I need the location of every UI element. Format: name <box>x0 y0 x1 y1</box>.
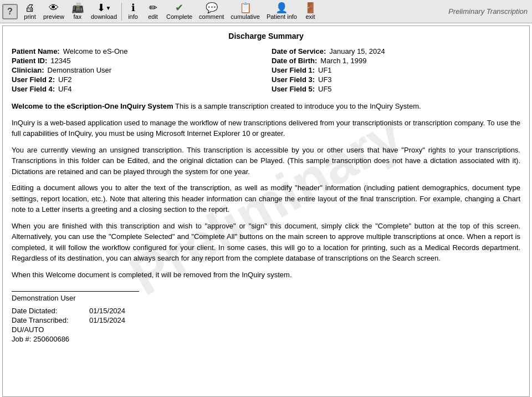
toolbar-cumulative[interactable]: cumulative <box>227 2 263 21</box>
du-auto-label: DU/AUTO <box>12 325 44 334</box>
complete-icon <box>175 3 183 13</box>
info-row-dos: Date of Service: January 15, 2024 <box>272 47 520 55</box>
download-label: download <box>91 13 117 20</box>
download-arrow: ▼ <box>106 5 111 11</box>
dob-value: March 1, 1999 <box>320 57 366 65</box>
comment-label: comment <box>199 13 224 20</box>
toolbar-print[interactable]: print <box>20 2 40 21</box>
complete-label: Complete <box>166 13 192 20</box>
patient-id-value: 12345 <box>50 57 70 65</box>
toolbar-preview[interactable]: preview <box>40 2 68 21</box>
patient-name-value: Welcome to eS-One <box>63 47 128 55</box>
preview-icon <box>49 3 59 13</box>
clinician-label: Clinician: <box>12 66 44 74</box>
patient-info-section: Patient Name: Welcome to eS-One Date of … <box>12 47 520 93</box>
patientinfo-label: Patient info <box>267 13 297 20</box>
patientinfo-icon <box>275 3 288 13</box>
info-row-patient-name: Patient Name: Welcome to eS-One <box>12 47 260 55</box>
body-text: Welcome to the eScription-One InQuiry Sy… <box>12 101 520 280</box>
info-row-patient-id: Patient ID: 12345 <box>12 57 260 65</box>
uf5-label: User Field 5: <box>272 85 315 93</box>
signature-section: Demonstration User Date Dictated: 01/15/… <box>12 291 520 343</box>
uf5-value: UF5 <box>318 85 332 93</box>
sig-detail-date-transcribed: Date Transcribed: 01/15/2024 <box>12 316 520 324</box>
info-row-uf1: User Field 1: UF1 <box>272 66 520 74</box>
signature-name: Demonstration User <box>12 294 520 302</box>
uf2-label: User Field 2: <box>12 75 55 84</box>
document-content: Preliminary Discharge Summary Patient Na… <box>2 26 530 397</box>
date-transcribed-value: 01/15/2024 <box>89 316 125 324</box>
toolbar-download[interactable]: ▼ download <box>88 2 120 21</box>
toolbar-comment[interactable]: comment <box>196 2 227 21</box>
info-row-dob: Date of Birth: March 1, 1999 <box>272 57 520 65</box>
toolbar-patientinfo[interactable]: Patient info <box>263 2 300 21</box>
signature-line <box>12 291 139 292</box>
fax-icon <box>71 3 84 13</box>
intro-bold: Welcome to the eScription-One InQuiry Sy… <box>12 102 173 110</box>
info-label: info <box>128 13 138 20</box>
para5: When this Welcome document is completed,… <box>12 269 520 281</box>
intro-paragraph: Welcome to the eScription-One InQuiry Sy… <box>12 101 520 112</box>
exit-label: exit <box>305 13 315 20</box>
cumulative-icon <box>239 3 252 13</box>
info-row-uf3: User Field 3: UF3 <box>272 75 520 84</box>
uf1-label: User Field 1: <box>272 66 315 74</box>
dob-label: Date of Birth: <box>272 57 317 65</box>
para1: InQuiry is a web-based application used … <box>12 118 520 139</box>
patient-name-label: Patient Name: <box>12 47 60 55</box>
comment-icon <box>206 3 218 13</box>
help-button[interactable]: ? <box>2 4 18 19</box>
dos-value: January 15, 2024 <box>329 47 385 55</box>
preview-label: preview <box>43 13 64 20</box>
para3: Editing a document allows you to alter t… <box>12 182 520 215</box>
para2: You are currently viewing an unsigned tr… <box>12 145 520 177</box>
intro-rest: This is a sample transcription created t… <box>173 102 421 110</box>
info-row-uf2: User Field 2: UF2 <box>12 75 260 84</box>
date-dictated-label: Date Dictated: <box>12 307 84 315</box>
preliminary-label: Preliminary Transcription <box>448 7 528 16</box>
fax-label: fax <box>74 13 82 20</box>
info-row-clinician: Clinician: Demonstration User <box>12 66 260 74</box>
edit-label: edit <box>148 13 158 20</box>
para4: When you are finished with this transcri… <box>12 221 520 264</box>
dos-label: Date of Service: <box>272 47 326 55</box>
info-icon <box>131 3 135 13</box>
toolbar-info[interactable]: info <box>123 2 143 21</box>
date-dictated-value: 01/15/2024 <box>89 307 125 315</box>
date-transcribed-label: Date Transcribed: <box>12 316 84 324</box>
cumulative-label: cumulative <box>231 13 260 20</box>
edit-icon <box>149 3 157 13</box>
toolbar: ? print preview fax ▼ download info edit… <box>0 0 532 23</box>
uf3-value: UF3 <box>318 75 332 84</box>
print-label: print <box>24 13 35 20</box>
uf1-value: UF1 <box>318 66 332 74</box>
job-label: Job #: 250600686 <box>12 335 69 343</box>
uf4-value: UF4 <box>58 85 72 93</box>
print-icon <box>25 3 35 13</box>
uf3-label: User Field 3: <box>272 75 315 84</box>
patient-id-label: Patient ID: <box>12 57 47 65</box>
sig-detail-du-auto: DU/AUTO <box>12 325 520 334</box>
sig-detail-date-dictated: Date Dictated: 01/15/2024 <box>12 307 520 315</box>
toolbar-fax[interactable]: fax <box>68 2 88 21</box>
uf4-label: User Field 4: <box>12 85 55 93</box>
toolbar-complete[interactable]: Complete <box>163 2 196 21</box>
toolbar-separator-1 <box>121 3 122 21</box>
toolbar-edit[interactable]: edit <box>143 2 163 21</box>
clinician-value: Demonstration User <box>48 66 112 74</box>
download-icon <box>97 3 105 13</box>
toolbar-exit[interactable]: exit <box>300 2 320 21</box>
document-title: Discharge Summary <box>12 32 520 40</box>
info-row-uf5: User Field 5: UF5 <box>272 85 520 93</box>
info-row-uf4: User Field 4: UF4 <box>12 85 260 93</box>
uf2-value: UF2 <box>58 75 72 84</box>
sig-detail-job: Job #: 250600686 <box>12 335 520 343</box>
exit-icon <box>304 3 316 13</box>
